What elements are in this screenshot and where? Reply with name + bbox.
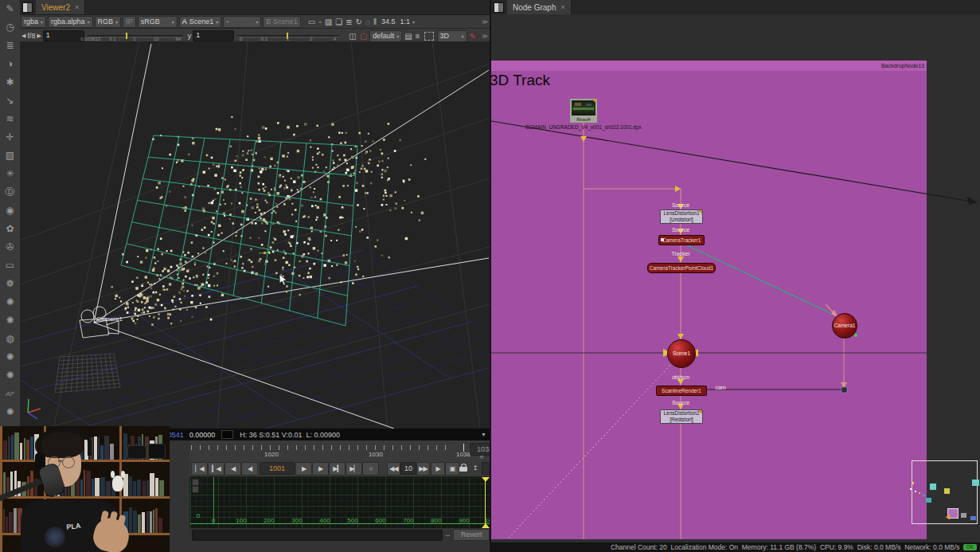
merge-icon[interactable]: ≋ — [0, 110, 20, 128]
3d-icon[interactable]: ▧ — [0, 147, 20, 165]
mask-overlay-icon[interactable] — [424, 32, 434, 41]
framing-gate-icon[interactable]: ▤ — [404, 32, 412, 41]
curve-panel[interactable]: 0 01002003004005006007008009001000 — [189, 476, 491, 530]
gain-prev-arrow[interactable]: ◀ — [21, 33, 25, 39]
zoom-level[interactable]: 1:1 — [400, 18, 411, 25]
downrez-icon[interactable]: ≡ — [416, 32, 420, 41]
gain-next-arrow[interactable]: ▶ — [37, 33, 41, 39]
ocula-icon[interactable]: ◍ — [0, 330, 20, 348]
time-icon[interactable]: ◷ — [0, 18, 20, 37]
playhead-marker-button[interactable]: ↥ — [470, 462, 480, 474]
lut-dropdown[interactable]: sRGB▾ — [138, 16, 178, 28]
gizmo-1-icon[interactable]: ✺ — [0, 293, 20, 311]
gain-slider[interactable]: 0.0038130.111064 — [88, 33, 183, 39]
increment-step-button[interactable]: ▶▶ — [416, 462, 430, 476]
roi-icon[interactable]: ▢ — [360, 32, 367, 41]
gizmo-3-icon[interactable]: ✺ — [0, 348, 20, 366]
safezone-icon[interactable]: ◌ — [365, 18, 370, 26]
metadata-icon[interactable]: ✿ — [0, 220, 20, 238]
next-keyframe-button[interactable]: ▶▎ — [329, 462, 346, 476]
loop-button[interactable]: ○ — [362, 462, 379, 476]
view-mode-dropdown[interactable]: 3D▾ — [437, 30, 467, 42]
row1-overflow-chevrons[interactable]: ≫ — [482, 18, 488, 25]
views-icon[interactable]: ◉ — [0, 202, 20, 220]
play-forward-button[interactable]: ▶ — [312, 462, 329, 476]
flipbook-button[interactable]: ▶ — [431, 462, 445, 476]
gizmo-4-icon[interactable]: ✺ — [0, 366, 20, 385]
filter-icon[interactable]: ✱ — [0, 73, 20, 92]
frame-step-field[interactable]: 10 — [400, 462, 416, 475]
node-lensdistortion1[interactable]: LensDistortion1[Undistort] — [660, 209, 703, 224]
refresh-icon[interactable]: ↻ — [356, 18, 362, 26]
close-icon[interactable]: × — [75, 3, 79, 11]
draw-icon[interactable]: ✎ — [0, 0, 20, 18]
node-lensdistortion2[interactable]: LensDistortion2[Redistort] — [660, 409, 703, 424]
gizmo-2-icon[interactable]: ✺ — [0, 311, 20, 330]
proxy-icon[interactable]: ❏ — [335, 18, 342, 26]
input-process-toggle[interactable]: IP — [123, 16, 136, 28]
node-scene1[interactable]: Scene1 — [667, 339, 696, 368]
gizmo-5-icon[interactable]: ✺ — [0, 403, 20, 421]
wipe-icon[interactable]: ▨ — [325, 18, 332, 26]
input-b-dropdown[interactable]: BScene1 — [263, 16, 301, 28]
curve-tool-button[interactable] — [192, 479, 199, 486]
node-cameratracker1[interactable]: CameraTracker1 — [658, 235, 705, 245]
viewer-process-dropdown[interactable]: default▾ — [369, 30, 402, 42]
particles-icon[interactable]: ✳ — [0, 165, 20, 183]
gamma-input[interactable]: 1 — [193, 30, 234, 41]
close-icon[interactable]: × — [560, 3, 564, 11]
scanlines-icon[interactable]: ≣ — [346, 18, 352, 26]
info-caret-icon[interactable]: ▼ — [481, 432, 486, 437]
zoom-caret[interactable]: ▾ — [412, 19, 415, 25]
input-a-dropdown[interactable]: AScene1▾ — [179, 16, 222, 28]
gamma-slider[interactable]: 00.1124 — [237, 33, 339, 39]
transform-icon[interactable]: ✛ — [0, 128, 20, 147]
viewer-3d-viewport[interactable]: Camera1 — [20, 41, 490, 429]
step-backward-button[interactable]: ◀ — [241, 462, 258, 476]
gain-input[interactable]: 1 — [43, 30, 84, 41]
pane-menu-icon[interactable] — [494, 2, 504, 13]
expression-input[interactable] — [192, 530, 443, 541]
annotate-pen-icon[interactable]: ✎ — [470, 32, 476, 41]
keyer-icon[interactable]: ↘ — [0, 92, 20, 110]
alpha-layer-dropdown[interactable]: rgba.alpha▾ — [48, 16, 93, 28]
curve-tool-button-2[interactable] — [192, 486, 199, 493]
lock-range-icon[interactable] — [459, 464, 468, 472]
node-cameratrackerpointcloud1[interactable]: CameraTrackerPointCloud1 — [647, 263, 716, 273]
goto-end-button[interactable]: ▶▏ — [346, 462, 362, 476]
channels-dropdown[interactable]: rgba▾ — [21, 16, 46, 28]
decrement-step-button[interactable]: ◀◀ — [387, 462, 400, 476]
other-icon[interactable]: ▭ — [0, 256, 20, 275]
node-graph-minimap[interactable]: ➤ — [908, 458, 980, 527]
color-icon[interactable]: ◑ — [0, 55, 20, 73]
tab-viewer2[interactable]: Viewer2 × — [36, 0, 85, 14]
pause-icon[interactable]: ‖ — [373, 18, 377, 26]
row2-overflow-chevrons[interactable]: ≫ — [482, 33, 488, 40]
goto-start-button[interactable]: ▏◀ — [191, 462, 208, 476]
ruler-chevrons[interactable]: ≋ — [479, 454, 484, 460]
toolsets-icon[interactable]: ✇ — [0, 238, 20, 256]
node-read[interactable]: Read4 — [570, 99, 597, 123]
tab-node-graph[interactable]: Node Graph × — [507, 0, 572, 14]
display-channel-dropdown[interactable]: RGB▾ — [95, 16, 122, 28]
prime-focus-icon[interactable]: AP — [0, 385, 20, 403]
frame-ruler[interactable]: 102010301038 1038 ≋ — [189, 440, 490, 460]
play-backward-button[interactable]: ◀ — [225, 462, 241, 476]
playhead-bottom-handle[interactable] — [482, 519, 490, 528]
step-forward-button[interactable]: ▶ — [295, 462, 312, 476]
playhead-top-handle[interactable] — [482, 477, 490, 486]
deep-icon[interactable]: Ⓓ — [0, 183, 20, 202]
pane-menu-icon[interactable] — [22, 2, 33, 13]
fullscreen-button[interactable]: ▣ — [445, 462, 459, 476]
channel-icon[interactable]: ≣ — [0, 37, 20, 55]
gain-icon[interactable]: ▭ — [308, 18, 315, 26]
stereo-modes-icon[interactable]: ◫ — [349, 32, 356, 41]
node-graph-canvas[interactable]: BackdropNode13 3D Track — [491, 14, 980, 542]
revert-button[interactable]: Revert — [453, 529, 490, 541]
current-frame-field[interactable]: 1001 — [260, 462, 295, 475]
plugins-icon[interactable]: ❁ — [0, 275, 20, 293]
gamma-icon[interactable]: ▫ — [318, 18, 322, 26]
prev-keyframe-button[interactable]: ▎◀ — [208, 462, 225, 476]
minimap-node — [923, 495, 925, 496]
wipe-mode-dropdown[interactable]: -▾ — [223, 16, 261, 28]
